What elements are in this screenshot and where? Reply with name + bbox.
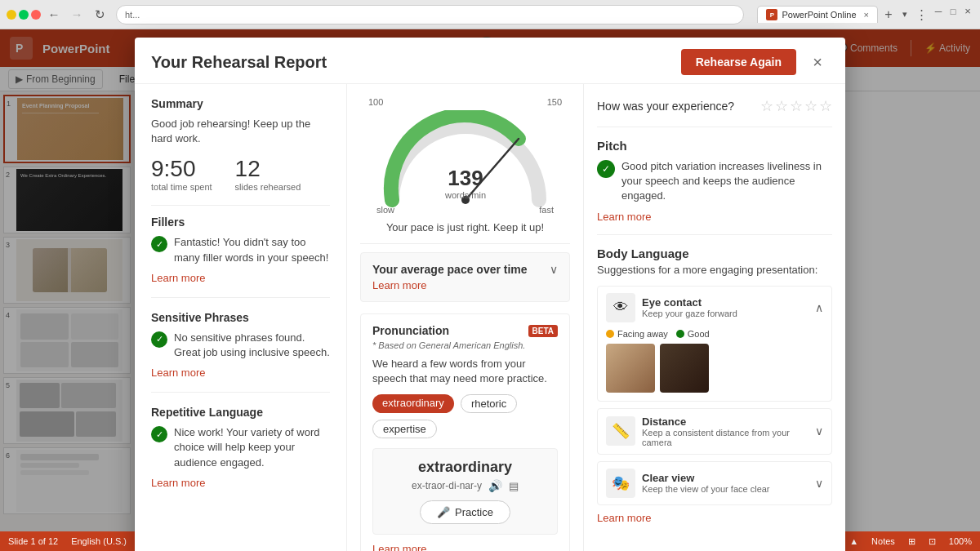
summary-description: Good job rehearsing! Keep up the hard wo… [151, 117, 330, 146]
eye-contact-header[interactable]: 👁 Eye contact Keep your gaze forward ∧ [598, 287, 831, 329]
repetitive-text: Nice work! Your variety of word choice w… [174, 425, 330, 470]
address-bar[interactable]: ht... [116, 5, 744, 24]
clear-view-title: Clear view [642, 472, 808, 484]
practice-button[interactable]: 🎤 Practice [420, 500, 510, 524]
eye-contact-title: Eye contact [642, 296, 808, 309]
clear-view-desc: Keep the view of your face clear [642, 484, 808, 494]
word-tag-expertise[interactable]: expertise [372, 420, 437, 438]
notes-btn[interactable]: Notes [871, 536, 895, 546]
modal-title: Your Rehearsal Report [151, 53, 327, 72]
pitch-learn-more[interactable]: Learn more [597, 211, 832, 223]
facing-away-label: Facing away [617, 329, 668, 339]
distance-icon: 📏 [606, 416, 635, 446]
settings-icon[interactable]: ⋮ [914, 6, 929, 24]
rehearsal-report-modal: Your Rehearsal Report Rehearse Again × S… [135, 38, 845, 551]
browser-back[interactable]: ← [44, 5, 64, 24]
tab-label: PowerPoint Online [782, 10, 856, 20]
time-label: total time spent [151, 182, 212, 192]
experience-title: How was your experience? [597, 100, 734, 113]
distance-header[interactable]: 📏 Distance Keep a consistent distance fr… [598, 409, 831, 454]
body-language-section: Body Language Suggestions for a more eng… [597, 247, 832, 524]
pron-phonetic-row: ex-traor-di-nar-y 🔊 ▤ [383, 479, 547, 492]
sensitive-learn-more[interactable]: Learn more [151, 367, 330, 379]
window-close[interactable] [31, 10, 41, 20]
minimize-btn[interactable]: ─ [933, 6, 944, 17]
tab-favicon: P [766, 9, 777, 20]
browser-tab[interactable]: P PowerPoint Online × [757, 6, 878, 23]
body-language-learn-more[interactable]: Learn more [597, 512, 832, 524]
eye-contact-desc: Keep your gaze forward [642, 309, 808, 318]
new-tab-btn[interactable]: + [880, 6, 898, 24]
star-rating[interactable]: ☆ ☆ ☆ ☆ ☆ [760, 97, 832, 115]
gauge-max-label: 150 [547, 97, 562, 107]
gauge-svg: 139 words/min [376, 110, 555, 208]
view-icon-2: ⊡ [929, 536, 936, 547]
pron-phonetic: ex-traor-di-nar-y [412, 480, 482, 491]
modal-right-column: How was your experience? ☆ ☆ ☆ ☆ ☆ Pitch [584, 84, 845, 551]
speaker-icon[interactable]: 🔊 [488, 479, 502, 492]
star-2[interactable]: ☆ [775, 97, 788, 115]
time-stat: 9:50 total time spent [151, 156, 212, 192]
modal-overlay: Your Rehearsal Report Rehearse Again × S… [0, 29, 980, 531]
browser-refresh[interactable]: ↻ [90, 5, 109, 24]
rehearse-again-button[interactable]: Rehearse Again [681, 49, 796, 75]
fillers-learn-more[interactable]: Learn more [151, 272, 330, 284]
beta-badge: BETA [528, 325, 558, 337]
window-minimize[interactable] [7, 10, 16, 20]
body-language-title: Body Language [597, 247, 832, 260]
pronunciation-card: extraordinary ex-traor-di-nar-y 🔊 ▤ 🎤 Pr… [372, 448, 558, 535]
bars-icon[interactable]: ▤ [509, 480, 519, 492]
pron-word: extraordinary [383, 459, 547, 476]
good-label: Good [688, 329, 710, 339]
modal-header: Your Rehearsal Report Rehearse Again × [135, 38, 845, 84]
repetitive-language-title: Repetitive Language [151, 406, 330, 419]
gauge-fast: fast [539, 205, 554, 215]
modal-left-column: Summary Good job rehearsing! Keep up the… [135, 84, 347, 551]
close-window-btn[interactable]: × [962, 6, 973, 17]
browser-forward[interactable]: → [67, 5, 87, 24]
pace-learn-more[interactable]: Learn more [372, 279, 558, 291]
star-5[interactable]: ☆ [819, 97, 832, 115]
clear-view-info: Clear view Keep the view of your face cl… [642, 472, 808, 494]
divider-1 [151, 205, 330, 206]
eye-contact-info: Eye contact Keep your gaze forward [642, 296, 808, 318]
facing-away-dot [606, 330, 614, 338]
restore-btn[interactable]: □ [947, 6, 959, 17]
mic-icon: 🎤 [437, 506, 450, 518]
svg-text:139: 139 [448, 166, 483, 190]
zoom-level: 100% [949, 536, 972, 546]
clear-view-header[interactable]: 🎭 Clear view Keep the view of your face … [598, 462, 831, 504]
pitch-check-icon: ✓ [597, 160, 615, 178]
star-4[interactable]: ☆ [804, 97, 817, 115]
window-maximize[interactable] [19, 10, 29, 20]
word-tags: extraordinary rhetoric expertise [372, 394, 558, 438]
repetitive-learn-more[interactable]: Learn more [151, 477, 330, 489]
star-1[interactable]: ☆ [760, 97, 773, 115]
clear-view-icon: 🎭 [606, 469, 635, 498]
view-icons: ⊞ [908, 536, 915, 547]
face-img-1 [606, 344, 655, 393]
repetitive-check-icon: ✓ [151, 426, 167, 442]
sensitive-check-icon: ✓ [151, 331, 167, 348]
slides-value: 12 [235, 156, 301, 182]
eye-contact-icon: 👁 [606, 293, 635, 322]
browser-chrome: ← → ↻ ht... P PowerPoint Online × + ▾ ⋮ … [0, 0, 980, 29]
pace-over-time-section[interactable]: Your average pace over time ∨ Learn more [360, 252, 570, 302]
tab-close-btn[interactable]: × [864, 10, 869, 20]
tab-scroll[interactable]: ▾ [899, 7, 911, 21]
summary-section: Summary Good job rehearsing! Keep up the… [151, 97, 330, 192]
modal-close-button[interactable]: × [806, 51, 829, 73]
repetitive-language-section: Repetitive Language ✓ Nice work! Your va… [151, 406, 330, 489]
slides-stat: 12 slides rehearsed [235, 156, 301, 192]
star-3[interactable]: ☆ [790, 97, 803, 115]
word-tag-extraordinary[interactable]: extraordinary [372, 394, 454, 413]
pronunciation-learn-more[interactable]: Learn more [372, 543, 558, 551]
pace-title: Your average pace over time [372, 263, 528, 276]
fillers-check-icon: ✓ [151, 236, 167, 252]
face-img-2 [660, 344, 709, 393]
language: English (U.S.) [71, 536, 127, 546]
sensitive-phrases-title: Sensitive Phrases [151, 311, 330, 324]
body-language-subtitle: Suggestions for a more engaging presenta… [597, 264, 832, 276]
pronunciation-subtitle: * Based on General American English. [372, 340, 558, 350]
word-tag-rhetoric[interactable]: rhetoric [461, 394, 517, 413]
